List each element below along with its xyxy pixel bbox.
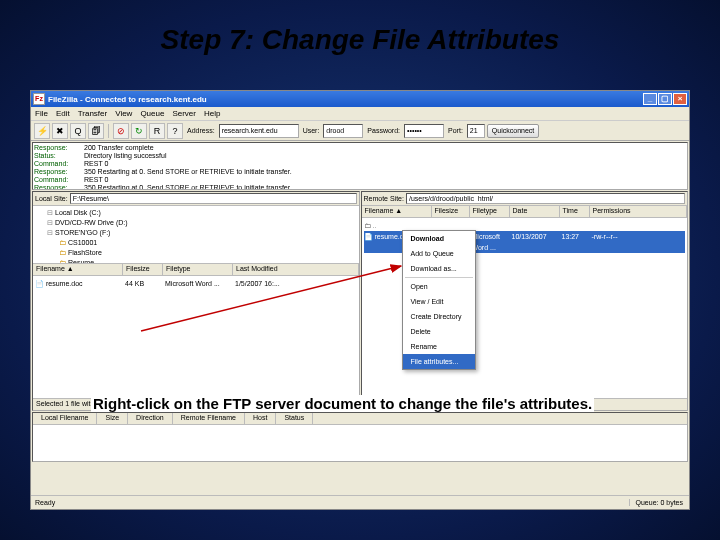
menu-help[interactable]: Help — [204, 109, 220, 118]
disconnect-icon[interactable]: ✖ — [52, 123, 68, 139]
port-label: Port: — [448, 127, 463, 134]
remote-pane: Remote Site: Filename ▲ Filesize Filetyp… — [361, 191, 689, 411]
menu-edit[interactable]: Edit — [56, 109, 70, 118]
menu-file-attributes[interactable]: File attributes... — [403, 354, 476, 369]
menu-file[interactable]: File — [35, 109, 48, 118]
maximize-button[interactable]: ▢ — [658, 93, 672, 105]
menu-download[interactable]: Download — [403, 231, 476, 246]
menubar: File Edit Transfer View Queue Server Hel… — [31, 107, 689, 121]
refresh-icon[interactable]: Q — [70, 123, 86, 139]
status-ready: Ready — [31, 499, 629, 506]
menu-transfer[interactable]: Transfer — [78, 109, 108, 118]
password-input[interactable] — [404, 124, 444, 138]
menu-server[interactable]: Server — [172, 109, 196, 118]
menu-add-queue[interactable]: Add to Queue — [403, 246, 476, 261]
menu-view[interactable]: View — [115, 109, 132, 118]
window-title: FileZilla - Connected to research.kent.e… — [48, 95, 207, 104]
help-icon[interactable]: ? — [167, 123, 183, 139]
app-icon: Fz — [33, 93, 45, 105]
local-pane: Local Site: ⊟Local Disk (C:) ⊟DVD/CD-RW … — [32, 191, 360, 411]
user-input[interactable] — [323, 124, 363, 138]
password-label: Password: — [367, 127, 400, 134]
connect-icon[interactable]: ⚡ — [34, 123, 50, 139]
local-tree[interactable]: ⊟Local Disk (C:) ⊟DVD/CD-RW Drive (D:) ⊟… — [33, 206, 359, 264]
r-button[interactable]: R — [149, 123, 165, 139]
slide-title: Step 7: Change File Attributes — [0, 0, 720, 66]
menu-queue[interactable]: Queue — [140, 109, 164, 118]
statusbar: Ready Queue: 0 bytes — [31, 495, 689, 509]
quickconnect-button[interactable]: Quickconnect — [487, 124, 539, 138]
filezilla-window: Fz FileZilla - Connected to research.ken… — [30, 90, 690, 510]
close-button[interactable]: × — [673, 93, 687, 105]
user-label: User: — [303, 127, 320, 134]
toggle-tree-icon[interactable]: 🗐 — [88, 123, 104, 139]
local-site-label: Local Site: — [35, 195, 68, 202]
list-item[interactable]: 📄 resume.doc 44 KB Microsoft Word ... 1/… — [35, 278, 357, 289]
menu-open[interactable]: Open — [403, 279, 476, 294]
address-label: Address: — [187, 127, 215, 134]
local-list-header[interactable]: Filename ▲ Filesize Filetype Last Modifi… — [33, 264, 359, 276]
remote-list-header[interactable]: Filename ▲ Filesize Filetype Date Time P… — [362, 206, 688, 218]
toolbar: ⚡ ✖ Q 🗐 ⊘ ↻ R ? Address: User: Password:… — [31, 121, 689, 141]
log-pane: Response:200 Transfer complete Status:Di… — [32, 142, 688, 190]
slide-caption: Right-click on the FTP server document t… — [91, 395, 594, 412]
local-path-input[interactable] — [70, 193, 357, 204]
local-file-list[interactable]: 📄 resume.doc 44 KB Microsoft Word ... 1/… — [33, 276, 359, 398]
titlebar: Fz FileZilla - Connected to research.ken… — [31, 91, 689, 107]
remote-site-label: Remote Site: — [364, 195, 404, 202]
remote-file-list[interactable]: 🗀 .. 📄 resume.doc 44511 Microsoft Word .… — [362, 218, 688, 398]
menu-create-dir[interactable]: Create Directory — [403, 309, 476, 324]
port-input[interactable] — [467, 124, 485, 138]
status-queue: Queue: 0 bytes — [629, 499, 689, 506]
context-menu: Download Add to Queue Download as... Ope… — [402, 230, 477, 370]
menu-rename[interactable]: Rename — [403, 339, 476, 354]
remote-path-input[interactable] — [406, 193, 685, 204]
menu-delete[interactable]: Delete — [403, 324, 476, 339]
queue-header[interactable]: Local Filename Size Direction Remote Fil… — [33, 413, 687, 425]
minimize-button[interactable]: _ — [643, 93, 657, 105]
queue-pane: Local Filename Size Direction Remote Fil… — [32, 412, 688, 462]
menu-view-edit[interactable]: View / Edit — [403, 294, 476, 309]
address-input[interactable] — [219, 124, 299, 138]
cancel-icon[interactable]: ⊘ — [113, 123, 129, 139]
menu-download-as[interactable]: Download as... — [403, 261, 476, 276]
reconnect-icon[interactable]: ↻ — [131, 123, 147, 139]
